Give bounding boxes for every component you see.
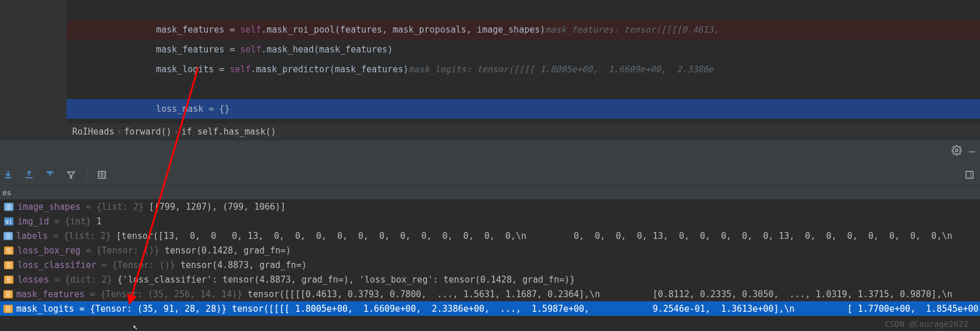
minimize-icon[interactable]: — bbox=[969, 145, 975, 157]
var-type-icon bbox=[3, 275, 14, 284]
code-editor[interactable]: 538539mask_features = self.mask_roi_pool… bbox=[0, 0, 980, 124]
variable-row[interactable]: labels = {list: 2} [tensor([13, 0, 0 0, … bbox=[0, 228, 980, 243]
download-icon[interactable] bbox=[2, 169, 14, 181]
var-type: = {Tensor: (35, 256, 14, 14)} bbox=[84, 289, 242, 300]
var-type: = {list: 2} bbox=[48, 231, 111, 241]
code-line[interactable]: 540mask_features = self.mask_head(mask_f… bbox=[0, 40, 980, 59]
gutter bbox=[0, 0, 66, 124]
code-text: mask_features = self.mask_head(mask_feat… bbox=[66, 44, 392, 55]
variable-row[interactable]: mask_features = {Tensor: (35, 256, 14, 1… bbox=[0, 287, 980, 301]
variable-row[interactable]: loss_classifier = {Tensor: ()} tensor(4.… bbox=[0, 258, 980, 272]
var-type-icon bbox=[3, 304, 13, 314]
variable-row[interactable]: image_shapes = {list: 2} [(799, 1207), (… bbox=[0, 199, 980, 214]
debug-header: — bbox=[0, 140, 980, 164]
var-type: = {dict: 2} bbox=[49, 274, 112, 285]
mouse-cursor: ↖ bbox=[133, 322, 137, 331]
table-icon[interactable] bbox=[96, 169, 108, 181]
var-type-icon bbox=[3, 290, 13, 299]
var-type: = {Tensor: ()} bbox=[96, 260, 175, 270]
variable-row[interactable]: 01img_id = {int} 1 bbox=[0, 214, 980, 228]
var-name: loss_classifier bbox=[17, 260, 96, 270]
var-type: = {int} bbox=[49, 216, 91, 227]
chevron-right-icon: › bbox=[174, 126, 179, 137]
filter-icon[interactable] bbox=[65, 169, 77, 181]
debug-toolbar bbox=[0, 164, 980, 185]
layout-icon[interactable] bbox=[964, 169, 975, 181]
var-type-icon bbox=[3, 231, 13, 241]
var-value: tensor([[[[0.4613, 0.3793, 0.7800, ..., … bbox=[242, 289, 980, 300]
crumb-branch[interactable]: if self.has_mask() bbox=[182, 126, 277, 137]
var-value: tensor(0.1428, grad_fn=) bbox=[160, 245, 291, 256]
var-value: [(799, 1207), (799, 1066)] bbox=[144, 202, 286, 212]
svg-rect-8 bbox=[966, 171, 973, 178]
watermark: CSDN @Courage2022 bbox=[885, 319, 968, 329]
var-type: = {Tensor: ()} bbox=[80, 245, 159, 256]
variable-row[interactable]: mask_logits = {Tensor: (35, 91, 28, 28)}… bbox=[0, 301, 980, 316]
svg-rect-1 bbox=[5, 177, 12, 178]
upload-icon[interactable] bbox=[44, 169, 56, 181]
svg-text:01: 01 bbox=[6, 219, 12, 225]
var-type-icon: 01 bbox=[3, 217, 14, 226]
var-name: image_shapes bbox=[17, 202, 80, 212]
var-type: = {Tensor: (35, 91, 28, 28)} bbox=[74, 304, 227, 314]
inline-hint: mask_logits: tensor([[[[ 1.8005e+00, 1.6… bbox=[409, 64, 714, 75]
variable-row[interactable]: loss_box_reg = {Tensor: ()} tensor(0.142… bbox=[0, 243, 980, 258]
var-type-icon bbox=[3, 202, 14, 212]
code-line[interactable]: 542 bbox=[0, 79, 980, 99]
code-line[interactable]: 541mask_logits = self.mask_predictor(mas… bbox=[0, 59, 980, 79]
code-text: mask_logits = self.mask_predictor(mask_f… bbox=[66, 64, 409, 75]
var-type: = {list: 2} bbox=[80, 202, 143, 212]
chevron-right-icon: › bbox=[116, 126, 122, 137]
var-name: labels bbox=[16, 231, 48, 241]
crumb-class[interactable]: RoIHeads bbox=[72, 126, 114, 137]
code-line[interactable]: 539mask_features = self.mask_roi_pool(fe… bbox=[0, 20, 980, 40]
gear-icon[interactable] bbox=[951, 145, 962, 157]
save-icon[interactable] bbox=[23, 169, 35, 181]
code-line[interactable]: 538 bbox=[0, 0, 980, 20]
inline-hint: mask_features: tensor([[[[0.4613, bbox=[545, 24, 719, 35]
var-type-icon bbox=[3, 260, 14, 270]
svg-rect-3 bbox=[47, 171, 54, 172]
crumb-method[interactable]: forward() bbox=[124, 126, 171, 137]
svg-point-0 bbox=[956, 149, 958, 152]
code-text: loss_mask = {} bbox=[66, 104, 229, 114]
var-value: {'loss_classifier': tensor(4.8873, grad_… bbox=[112, 274, 575, 285]
var-name: mask_logits bbox=[16, 304, 74, 314]
code-text: mask_features = self.mask_roi_pool(featu… bbox=[66, 24, 545, 35]
variable-row[interactable]: losses = {dict: 2} {'loss_classifier': t… bbox=[0, 272, 980, 287]
var-name: img_id bbox=[17, 216, 49, 227]
var-value: tensor(4.8873, grad_fn=) bbox=[175, 260, 307, 270]
code-line[interactable]: 543loss_mask = {} bbox=[0, 99, 980, 119]
var-value: tensor([[[[ 1.8005e+00, 1.6609e+00, 2.33… bbox=[227, 304, 980, 314]
var-value: [tensor([13, 0, 0 0, 13, 0, 0, 0, 0, 0, … bbox=[111, 231, 980, 241]
var-type-icon bbox=[3, 246, 14, 255]
var-name: mask_features bbox=[16, 289, 84, 300]
variables-panel[interactable]: image_shapes = {list: 2} [(799, 1207), (… bbox=[0, 199, 980, 316]
var-name: loss_box_reg bbox=[17, 245, 80, 256]
breadcrumb[interactable]: RoIHeads › forward() › if self.has_mask(… bbox=[0, 124, 980, 140]
svg-rect-2 bbox=[26, 177, 33, 178]
var-value: 1 bbox=[91, 216, 101, 227]
var-name: losses bbox=[17, 274, 49, 285]
variables-header: es bbox=[0, 185, 980, 199]
